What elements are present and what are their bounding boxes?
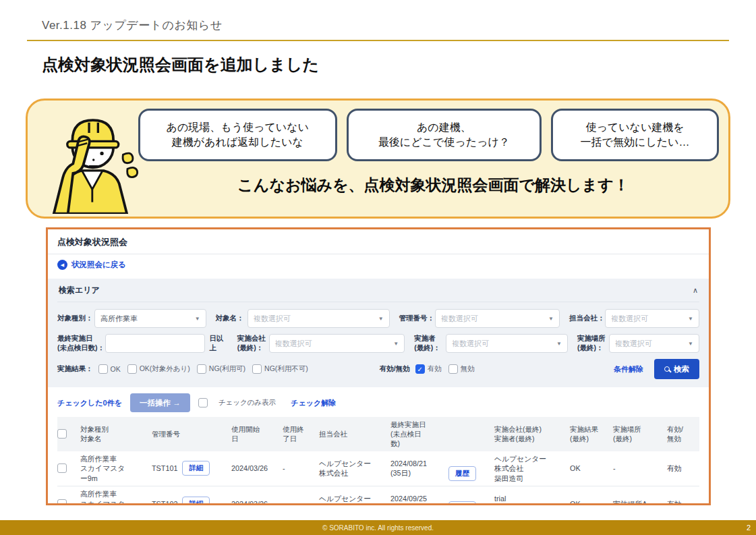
result-ng-usable-label: NG(利用可) <box>209 364 245 374</box>
mgmt-no-select[interactable]: 複数選択可 ▼ <box>435 309 560 328</box>
cell-result: OK <box>570 461 613 476</box>
header-start: 使用開始 日 <box>231 422 283 446</box>
chevron-down-icon: ▼ <box>195 316 200 322</box>
target-type-select[interactable]: 高所作業車 ▼ <box>94 309 206 328</box>
speech-bubble: あの現場、もう使っていない 建機があれば返却したいな <box>138 109 337 161</box>
bulk-operation-button[interactable]: 一括操作 → <box>130 393 190 412</box>
cell-company: ヘルプセンター 株式会社 <box>319 491 390 505</box>
chevron-down-icon: ▼ <box>688 316 693 322</box>
result-ng-unusable-checkbox[interactable] <box>252 364 262 374</box>
header-result: 実施結果 (最終) <box>570 422 613 446</box>
clear-checks-link[interactable]: チェック解除 <box>291 398 336 408</box>
gold-divider <box>27 40 729 41</box>
header-id: 管理番号 <box>152 426 231 441</box>
cell-company: ヘルプセンター 株式会社 <box>319 456 390 481</box>
copyright-text: © SORABITO inc. All rights reserved. <box>322 524 434 532</box>
invalid-label: 無効 <box>461 364 475 374</box>
target-name-placeholder: 複数選択可 <box>254 314 291 324</box>
cell-executor: ヘルプセンター 株式会社 築田造司 <box>494 451 570 486</box>
search-panel-title: 検索エリア <box>59 285 100 296</box>
cell-target: 高所作業車 スカイマスタ ー9m <box>80 451 152 486</box>
header-executor: 実施会社(最終) 実施者(最終) <box>494 422 570 446</box>
result-ok-label: OK <box>111 365 121 373</box>
cell-start: 2024/03/26 <box>231 461 283 476</box>
filter-label-target-type: 対象種別： <box>57 314 94 323</box>
filter-label-mgmt-no: 管理番号： <box>399 314 435 323</box>
back-arrow-icon: ◀ <box>57 260 67 270</box>
result-ng-unusable-label: NG(利用不可) <box>264 364 308 374</box>
executor-select[interactable]: 複数選択可 ▼ <box>446 334 568 353</box>
history-button[interactable]: 履歴 <box>448 501 476 505</box>
header-end: 使用終 了日 <box>283 422 319 446</box>
row-checkbox[interactable] <box>57 463 67 473</box>
cell-validity: 有効 <box>667 497 699 505</box>
cell-last-date: 2024/09/25 (0日) <box>390 491 448 505</box>
result-ok-excluded-label: OK(対象外あり) <box>140 364 190 374</box>
worker-illustration <box>38 105 141 214</box>
filter-row-2: 最終実施日 (未点検日数)： 日以上 実施会社 (最終)： 複数選択可 ▼ 実施… <box>57 334 699 353</box>
result-ok-checkbox[interactable] <box>98 364 108 374</box>
detail-button[interactable]: 詳細 <box>182 497 210 505</box>
target-name-select[interactable]: 複数選択可 ▼ <box>248 309 390 328</box>
filter-row-3: 実施結果： OK OK(対象外あり) NG(利用可) NG(利用不可) 有効/無… <box>57 359 699 379</box>
cell-history: 履歴 <box>448 453 494 484</box>
exec-place-select[interactable]: 複数選択可 ▼ <box>609 334 699 353</box>
cell-executor: trial 点検太郎 <box>494 491 570 505</box>
filter-label-exec-company: 実施会社 (最終)： <box>237 334 269 352</box>
speech-bubble: あの建機、 最後にどこで使ったっけ？ <box>347 109 542 161</box>
speech-bubble: 使っていない建機を 一括で無効にしたい… <box>551 109 719 161</box>
history-button[interactable]: 履歴 <box>448 466 476 481</box>
show-checked-only-label: チェックのみ表示 <box>219 398 276 407</box>
valid-checkbox[interactable]: ✓ <box>415 364 425 374</box>
chevron-down-icon: ▼ <box>393 341 399 347</box>
target-type-value: 高所作業車 <box>100 314 138 324</box>
cell-last-date: 2024/08/21 (35日) <box>390 456 448 481</box>
clear-conditions-link[interactable]: 条件解除 <box>614 364 643 374</box>
detail-button[interactable]: 詳細 <box>182 461 210 476</box>
header-history-spacer <box>448 431 494 437</box>
callout-message: こんなお悩みを、点検対象状況照会画面で解決します！ <box>149 175 718 196</box>
cell-place: - <box>613 461 667 476</box>
back-link[interactable]: 状況照会に戻る <box>71 260 126 270</box>
cell-history: 履歴 <box>448 489 494 505</box>
header-validity: 有効/ 無効 <box>667 422 699 446</box>
header-place: 実施場所 (最終) <box>613 422 667 446</box>
header-company: 担当会社 <box>319 426 390 441</box>
table-row: 高所作業車 スカイマスタ ー9m TST101 詳細 2024/03/26 - … <box>57 451 699 487</box>
chevron-down-icon: ▼ <box>548 316 554 322</box>
filter-label-target-name: 対象名： <box>216 314 248 323</box>
app-title-row: 点検対象状況照会 <box>48 229 709 254</box>
search-button[interactable]: 検索 <box>654 359 699 379</box>
cell-id: TST102 詳細 <box>152 494 231 505</box>
page-title: 点検対象状況照会画面を追加しました <box>42 54 319 76</box>
table-row: 高所作業車 スカイマスタ ー12m TST102 詳細 2024/03/26 -… <box>57 486 699 505</box>
company-placeholder: 複数選択可 <box>611 314 648 324</box>
header-last-date: 最終実施日 (未点検日 数) <box>390 417 448 451</box>
select-all-checkbox[interactable] <box>57 429 67 439</box>
show-checked-only-checkbox[interactable] <box>198 398 208 407</box>
chevron-down-icon: ▼ <box>556 341 562 347</box>
chevron-down-icon: ▼ <box>688 341 693 347</box>
bulk-action-row: チェックした0件を 一括操作 → チェックのみ表示 チェック解除 <box>48 387 709 417</box>
uninspected-days-input[interactable] <box>105 334 205 353</box>
cell-start: 2024/03/26 <box>231 497 283 505</box>
back-row: ◀ 状況照会に戻る <box>48 254 709 275</box>
slide-footer: © SORABITO inc. All rights reserved. 2 <box>0 520 756 535</box>
result-ng-usable-checkbox[interactable] <box>197 364 206 374</box>
search-icon <box>664 366 670 372</box>
valid-label: 有効 <box>428 364 442 374</box>
filter-label-executor: 実施者 (最終)： <box>414 334 446 352</box>
header-target: 対象種別 対象名 <box>80 422 152 446</box>
cell-validity: 有効 <box>667 461 699 476</box>
exec-company-placeholder: 複数選択可 <box>275 339 312 349</box>
invalid-checkbox[interactable] <box>448 364 458 374</box>
results-label: 実施結果： <box>57 364 93 374</box>
collapse-chevron-icon[interactable]: ∧ <box>693 286 698 295</box>
chevron-down-icon: ▼ <box>378 316 384 322</box>
company-select[interactable]: 複数選択可 ▼ <box>605 309 699 328</box>
cell-target: 高所作業車 スカイマスタ ー12m <box>80 486 152 505</box>
row-checkbox[interactable] <box>57 499 67 505</box>
exec-company-select[interactable]: 複数選択可 ▼ <box>269 334 405 353</box>
callout-box: あの現場、もう使っていない 建機があれば返却したいな あの建機、 最後にどこで使… <box>26 98 730 219</box>
result-ok-excluded-checkbox[interactable] <box>127 364 137 374</box>
